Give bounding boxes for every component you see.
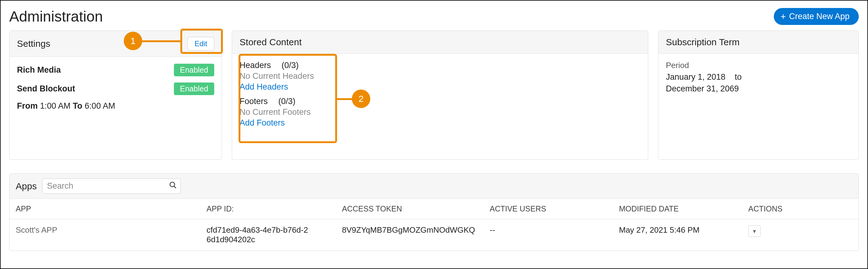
page-title: Administration [9, 8, 103, 25]
settings-title: Settings [17, 38, 50, 49]
col-active-users: ACTIVE USERS [484, 199, 613, 219]
svg-point-0 [170, 182, 175, 186]
col-app-id: APP ID: [200, 199, 336, 219]
stored-content-title: Stored Content [240, 37, 302, 48]
send-blockout-status-badge: Enabled [174, 83, 215, 95]
add-footers-link[interactable]: Add Footers [240, 118, 641, 128]
col-actions: ACTIONS [742, 199, 859, 219]
col-app: APP [9, 199, 200, 219]
apps-title: Apps [16, 181, 37, 191]
blockout-time-range: From 1:00 AM To 6:00 AM [17, 101, 214, 111]
cell-active-users: -- [484, 219, 613, 251]
settings-edit-button[interactable]: Edit [187, 37, 214, 51]
row-actions-dropdown[interactable]: ▾ [748, 225, 761, 237]
cell-modified: May 27, 2021 5:46 PM [613, 219, 742, 251]
cell-app-id: cfd71ed9-4a63-4e7b-b76d-26d1d904202c [200, 219, 336, 251]
subscription-period-label: Period [666, 61, 851, 70]
callout-2-line [337, 98, 352, 100]
callout-1-badge: 1 [124, 32, 142, 50]
cell-access-token: 8V9ZYqMB7BGgMOZGmNOdWGKQ [336, 219, 484, 251]
send-blockout-label: Send Blockout [17, 84, 75, 94]
chevron-down-icon: ▾ [753, 228, 756, 235]
footers-none: No Current Footers [240, 108, 641, 117]
subscription-title: Subscription Term [666, 37, 740, 48]
apps-panel: Apps APP APP ID: ACCESS TOKEN ACTIVE USE… [9, 173, 859, 251]
callout-2-badge: 2 [352, 90, 370, 108]
headers-title: Headers (0/3) [240, 61, 641, 70]
cell-app-name: Scott's APP [9, 219, 200, 251]
subscription-dates: January 1, 2018 to December 31, 2069 [666, 71, 851, 95]
table-row: Scott's APP cfd71ed9-4a63-4e7b-b76d-26d1… [9, 219, 859, 251]
apps-search-input[interactable] [42, 179, 181, 193]
settings-card: Settings Edit Rich Media Enabled Send Bl… [9, 30, 222, 160]
apps-table: APP APP ID: ACCESS TOKEN ACTIVE USERS MO… [9, 199, 859, 250]
create-new-app-button[interactable]: + Create New App [774, 8, 859, 25]
rich-media-label: Rich Media [17, 65, 61, 75]
headers-none: No Current Headers [240, 71, 641, 81]
add-headers-link[interactable]: Add Headers [240, 82, 641, 92]
col-access-token: ACCESS TOKEN [336, 199, 484, 219]
stored-content-card: Stored Content Headers (0/3) No Current … [232, 30, 648, 160]
callout-1-line [142, 40, 181, 42]
rich-media-status-badge: Enabled [174, 64, 215, 76]
col-modified: MODIFIED DATE [613, 199, 742, 219]
create-new-app-label: Create New App [789, 12, 849, 21]
subscription-term-card: Subscription Term Period January 1, 2018… [658, 30, 859, 160]
footers-title: Footers (0/3) [240, 97, 641, 106]
search-icon [169, 181, 177, 191]
svg-line-1 [174, 186, 176, 188]
plus-icon: + [781, 12, 786, 21]
